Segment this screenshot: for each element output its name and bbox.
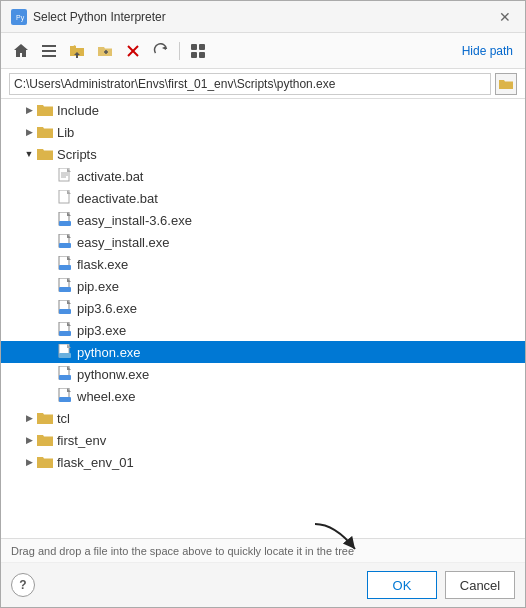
label-pip3: pip3.exe <box>77 323 126 338</box>
file-tree: ▶ Include ▶ Lib ▼ Scripts a <box>1 99 525 539</box>
ok-button[interactable]: OK <box>367 571 437 599</box>
svg-rect-28 <box>59 331 71 336</box>
label-easy-install-36: easy_install-3.6.exe <box>77 213 192 228</box>
tree-item-flask-env[interactable]: ▶ flask_env_01 <box>1 451 525 473</box>
file-icon-deactivate <box>57 190 73 206</box>
expander-flask-env: ▶ <box>21 454 37 470</box>
svg-rect-34 <box>59 397 71 402</box>
path-bar <box>1 69 525 99</box>
status-bar: Drag and drop a file into the space abov… <box>1 539 525 563</box>
file-icon-easy-install <box>57 234 73 250</box>
label-deactivate: deactivate.bat <box>77 191 158 206</box>
tree-item-pip36[interactable]: pip3.6.exe <box>1 297 525 319</box>
label-first-env: first_env <box>57 433 106 448</box>
tree-item-lib[interactable]: ▶ Lib <box>1 121 525 143</box>
tree-item-scripts[interactable]: ▼ Scripts <box>1 143 525 165</box>
folder-icon-first-env <box>37 432 53 448</box>
python-icon: Py <box>11 9 27 25</box>
label-wheel: wheel.exe <box>77 389 136 404</box>
list-view-button[interactable] <box>37 39 61 63</box>
file-icon-pip3 <box>57 322 73 338</box>
svg-text:Py: Py <box>16 14 25 22</box>
dialog-title: Select Python Interpreter <box>33 10 166 24</box>
label-flask-env: flask_env_01 <box>57 455 134 470</box>
toolbar: Hide path <box>1 33 525 69</box>
help-button[interactable]: ? <box>11 573 35 597</box>
label-flask: flask.exe <box>77 257 128 272</box>
label-easy-install: easy_install.exe <box>77 235 170 250</box>
file-icon-pip36 <box>57 300 73 316</box>
tree-item-pip3[interactable]: pip3.exe <box>1 319 525 341</box>
svg-rect-24 <box>59 287 71 292</box>
svg-rect-30 <box>59 353 71 358</box>
label-python: python.exe <box>77 345 141 360</box>
tree-item-wheel[interactable]: wheel.exe <box>1 385 525 407</box>
tree-item-tcl[interactable]: ▶ tcl <box>1 407 525 429</box>
svg-marker-7 <box>162 46 166 50</box>
home-button[interactable] <box>9 39 33 63</box>
toolbar-separator <box>179 42 180 60</box>
label-pythonw: pythonw.exe <box>77 367 149 382</box>
svg-rect-18 <box>59 221 71 226</box>
file-icon-python <box>57 344 73 360</box>
svg-rect-20 <box>59 243 71 248</box>
path-folder-button[interactable] <box>495 73 517 95</box>
status-text: Drag and drop a file into the space abov… <box>11 545 354 557</box>
tree-item-easy-install-36[interactable]: easy_install-3.6.exe <box>1 209 525 231</box>
expander-lib: ▶ <box>21 124 37 140</box>
label-scripts: Scripts <box>57 147 97 162</box>
new-folder-button[interactable] <box>93 39 117 63</box>
folder-up-button[interactable] <box>65 39 89 63</box>
expander-first-env: ▶ <box>21 432 37 448</box>
tree-item-easy-install[interactable]: easy_install.exe <box>1 231 525 253</box>
svg-rect-32 <box>59 375 71 380</box>
folder-icon-include <box>37 102 53 118</box>
svg-rect-26 <box>59 309 71 314</box>
label-pip: pip.exe <box>77 279 119 294</box>
action-buttons: OK Cancel <box>367 571 515 599</box>
label-pip36: pip3.6.exe <box>77 301 137 316</box>
file-icon-pythonw <box>57 366 73 382</box>
folder-icon-scripts <box>37 146 53 162</box>
tree-item-include[interactable]: ▶ Include <box>1 99 525 121</box>
label-activate: activate.bat <box>77 169 144 184</box>
bottom-bar: ? OK Cancel <box>1 563 525 607</box>
tree-item-first-env[interactable]: ▶ first_env <box>1 429 525 451</box>
tree-item-pip[interactable]: pip.exe <box>1 275 525 297</box>
label-tcl: tcl <box>57 411 70 426</box>
tree-item-flask[interactable]: flask.exe <box>1 253 525 275</box>
svg-rect-22 <box>59 265 71 270</box>
svg-rect-11 <box>199 52 205 58</box>
expander-tcl: ▶ <box>21 410 37 426</box>
tree-item-activate[interactable]: activate.bat <box>1 165 525 187</box>
file-icon-activate <box>57 168 73 184</box>
file-icon-flask <box>57 256 73 272</box>
expander-include: ▶ <box>21 102 37 118</box>
close-button[interactable]: ✕ <box>495 7 515 27</box>
file-icon-wheel <box>57 388 73 404</box>
svg-rect-10 <box>191 52 197 58</box>
svg-rect-4 <box>42 55 56 57</box>
hide-path-button[interactable]: Hide path <box>458 42 517 60</box>
tree-item-python[interactable]: python.exe <box>1 341 525 363</box>
file-icon-pip <box>57 278 73 294</box>
file-icon-easy-install-36 <box>57 212 73 228</box>
delete-button[interactable] <box>121 39 145 63</box>
svg-rect-3 <box>42 50 56 52</box>
expander-scripts: ▼ <box>21 146 37 162</box>
svg-rect-9 <box>199 44 205 50</box>
refresh-button[interactable] <box>149 39 173 63</box>
svg-rect-8 <box>191 44 197 50</box>
title-bar-left: Py Select Python Interpreter <box>11 9 166 25</box>
cancel-button[interactable]: Cancel <box>445 571 515 599</box>
tree-item-pythonw[interactable]: pythonw.exe <box>1 363 525 385</box>
folder-icon-flask-env <box>37 454 53 470</box>
folder-icon-tcl <box>37 410 53 426</box>
svg-rect-2 <box>42 45 56 47</box>
tree-item-deactivate[interactable]: deactivate.bat <box>1 187 525 209</box>
path-input[interactable] <box>9 73 491 95</box>
dialog: Py Select Python Interpreter ✕ <box>0 0 526 608</box>
title-bar: Py Select Python Interpreter ✕ <box>1 1 525 33</box>
label-lib: Lib <box>57 125 74 140</box>
more-options-button[interactable] <box>186 39 210 63</box>
